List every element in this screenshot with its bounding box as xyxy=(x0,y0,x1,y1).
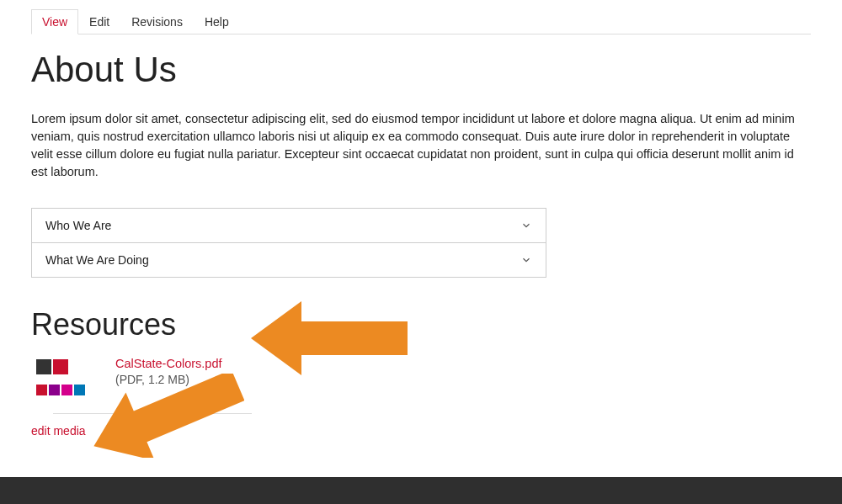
resources-heading: Resources xyxy=(31,307,811,342)
file-thumbnail xyxy=(31,354,95,411)
accordion-item-what-we-are-doing[interactable]: What We Are Doing xyxy=(31,242,546,278)
tab-view[interactable]: View xyxy=(31,9,78,34)
accordion-label: Who We Are xyxy=(45,219,111,232)
resource-file-meta: (PDF, 1.2 MB) xyxy=(115,373,222,386)
accordion-label: What We Are Doing xyxy=(45,253,149,267)
divider xyxy=(53,413,252,414)
chevron-down-icon xyxy=(520,220,532,231)
chevron-down-icon xyxy=(520,254,532,266)
page-title: About Us xyxy=(31,50,811,90)
tab-help[interactable]: Help xyxy=(194,9,240,34)
edit-media-link[interactable]: edit media xyxy=(31,424,86,438)
footer-bar xyxy=(0,477,842,504)
body-paragraph: Lorem ipsum dolor sit amet, consectetur … xyxy=(31,110,811,181)
resource-card: CalState-Colors.pdf (PDF, 1.2 MB) xyxy=(31,354,385,411)
tab-edit[interactable]: Edit xyxy=(78,9,120,34)
tab-revisions[interactable]: Revisions xyxy=(120,9,194,34)
page-tabs: View Edit Revisions Help xyxy=(31,0,811,34)
accordion-item-who-we-are[interactable]: Who We Are xyxy=(31,208,546,243)
resource-file-link[interactable]: CalState-Colors.pdf xyxy=(115,357,222,370)
accordion: Who We Are What We Are Doing xyxy=(31,208,546,278)
